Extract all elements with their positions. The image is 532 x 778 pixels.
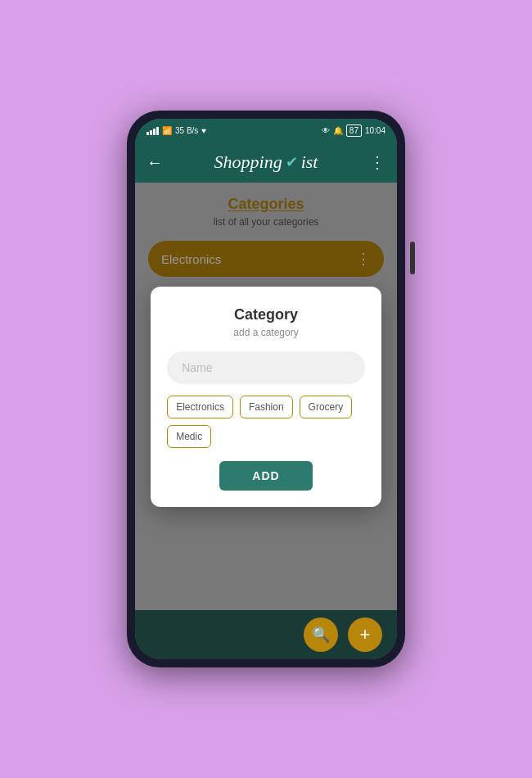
chip-medic[interactable]: Medic	[167, 425, 211, 448]
data-speed: 35 B/s	[175, 126, 198, 135]
signal-icon	[147, 125, 159, 135]
top-nav: ← Shopping ✔ ist ⋮	[135, 142, 397, 183]
search-fab-button[interactable]: 🔍	[304, 617, 338, 652]
phone-frame: 📶 35 B/s ♥ 👁 🔔 87 10:04 ← Shopping ✔ ist…	[127, 111, 405, 667]
overlay-backdrop: Category add a category Electronics Fash…	[135, 183, 397, 610]
heart-icon: ♥	[201, 126, 206, 135]
status-left: 📶 35 B/s ♥	[147, 125, 206, 135]
phone-screen: 📶 35 B/s ♥ 👁 🔔 87 10:04 ← Shopping ✔ ist…	[135, 119, 397, 659]
eye-icon: 👁	[322, 126, 330, 135]
status-bar: 📶 35 B/s ♥ 👁 🔔 87 10:04	[135, 119, 397, 142]
add-category-dialog: Category add a category Electronics Fash…	[151, 287, 381, 507]
category-name-input[interactable]	[167, 351, 365, 384]
chip-grocery[interactable]: Grocery	[300, 396, 353, 418]
add-fab-button[interactable]: +	[348, 617, 382, 652]
volume-button	[410, 242, 415, 274]
time-display: 10:04	[365, 126, 385, 135]
app-title: Shopping ✔ ist	[214, 152, 318, 173]
alarm-icon: 🔔	[333, 126, 343, 135]
add-icon: +	[360, 624, 371, 645]
main-content: Categories list of all your categories E…	[135, 183, 397, 610]
title-suffix: ist	[301, 152, 318, 173]
back-button[interactable]: ←	[147, 153, 163, 172]
chip-fashion[interactable]: Fashion	[240, 396, 293, 418]
search-icon: 🔍	[312, 626, 330, 644]
more-options-button[interactable]: ⋮	[369, 152, 385, 172]
dialog-subtitle: add a category	[167, 327, 365, 338]
status-right: 👁 🔔 87 10:04	[322, 124, 385, 137]
checkmark-icon: ✔	[286, 153, 298, 171]
add-category-button[interactable]: ADD	[219, 461, 312, 491]
battery-icon: 87	[346, 124, 362, 137]
wifi-icon: 📶	[162, 126, 172, 135]
dialog-title: Category	[167, 306, 365, 323]
title-text: Shopping	[214, 152, 282, 173]
chips-row: Electronics Fashion Grocery Medic	[167, 396, 365, 448]
bottom-area: 🔍 +	[135, 610, 397, 659]
chip-electronics[interactable]: Electronics	[167, 396, 233, 418]
